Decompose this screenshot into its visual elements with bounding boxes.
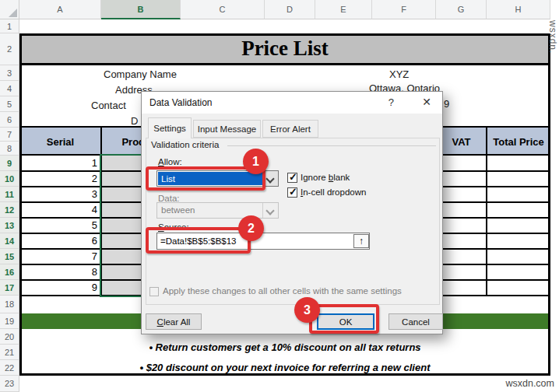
serial-cell[interactable]: 2 [19,171,101,187]
checkmark-icon: ✓ [289,186,297,198]
column-header-c[interactable]: C [181,0,265,19]
row-header-15[interactable]: 15 [0,249,19,264]
column-header-f[interactable]: F [372,0,436,19]
row-header-22[interactable]: 22 [0,360,19,376]
row-header-21[interactable]: 21 [0,345,19,360]
row-header-4[interactable]: 4 [0,81,19,96]
data-dropdown-button [262,203,278,218]
in-cell-dropdown-label: In-cell dropdown [301,187,366,197]
serial-cell[interactable]: 7 [19,249,101,264]
select-all-corner[interactable] [0,0,19,19]
row-header-8[interactable]: 8 [0,142,19,156]
tab-input-message[interactable]: Input Message [193,120,261,138]
annotation-step-3: 3 [294,297,320,323]
select-all-icon [9,9,17,17]
row-header-2[interactable]: 2 [0,33,19,65]
annotation-step-2: 2 [238,215,264,241]
row-header-1[interactable]: 1 [0,19,19,33]
header-cell-vat[interactable]: VAT [436,128,487,156]
annotation-rect-source [146,227,251,254]
tab-settings[interactable]: Settings [148,117,192,138]
row-header-6[interactable]: 6 [0,112,19,128]
allow-label: Allow: [158,157,182,166]
cancel-button[interactable]: Cancel [388,313,443,330]
row-header-20[interactable]: 20 [0,329,19,345]
column-header-h[interactable]: H [487,0,550,19]
validation-criteria-label: Validation criteria [151,140,219,149]
row-header-10[interactable]: 10 [0,171,19,187]
row-header-5[interactable]: 5 [0,96,19,112]
data-dropdown-value: between [161,205,195,215]
row-header-18[interactable]: 18 [0,296,19,313]
excel-worksheet: ABCDEFGH 1234567891011121314151617181920… [0,0,559,392]
data-dropdown: between [156,202,279,219]
ignore-blank-label: Ignore blank [301,173,350,182]
ignore-blank-checkbox-box[interactable]: ✓ [287,173,297,183]
company-name-label[interactable]: Company Name [104,68,177,80]
header-cell-total-price[interactable]: Total Price [487,128,550,156]
groupbox-line [227,145,436,146]
serial-cell[interactable]: 9 [19,280,101,296]
phone-value-fragment[interactable]: 9 [444,98,449,110]
row-header-16[interactable]: 16 [0,264,19,280]
note-line-1: • Return customers get a 10% discount on… [19,341,550,353]
row-header-14[interactable]: 14 [0,233,19,249]
tab-error-alert[interactable]: Error Alert [262,120,318,138]
row-header-12[interactable]: 12 [0,202,19,218]
row-header-17[interactable]: 17 [0,280,19,296]
row-header-13[interactable]: 13 [0,218,19,233]
close-icon[interactable]: ✕ [422,96,431,108]
row-header-9[interactable]: 9 [0,156,19,171]
watermark-bottom: wsxdn.com [467,378,554,389]
date-label-fragment[interactable]: D [131,115,138,127]
row-header-19[interactable]: 19 [0,313,19,329]
annotation-step-1: 1 [243,149,269,174]
serial-cell[interactable]: 3 [19,187,101,202]
column-header-b[interactable]: B [101,0,181,19]
dialog-title: Data Validation [149,97,213,108]
serial-cell[interactable]: 4 [19,202,101,218]
chevron-down-icon [265,206,274,215]
column-header-d[interactable]: D [265,0,315,19]
column-header-a[interactable]: A [19,0,101,19]
collapse-dialog-icon[interactable]: ↑ [353,234,369,248]
row-header-3[interactable]: 3 [0,65,19,81]
help-icon[interactable]: ? [388,96,394,108]
company-name-value[interactable]: XYZ [389,68,409,80]
chevron-down-icon [265,174,274,183]
serial-cell[interactable]: 8 [19,264,101,280]
column-header-g[interactable]: G [436,0,487,19]
note-line-2: • $20 discount on your next invoice for … [19,362,550,373]
row-header-23[interactable]: 23 [0,376,19,392]
in-cell-dropdown-checkbox-box[interactable]: ✓ [287,187,297,198]
data-validation-dialog: Data Validation ? ✕ Settings Input Messa… [141,91,443,334]
contact-label[interactable]: Contact [91,100,126,111]
settings-tab-page [146,138,440,305]
clear-all-button[interactable]: Clear All [146,313,202,330]
row-header-11[interactable]: 11 [0,187,19,202]
grid-vline-g-h [486,128,487,296]
serial-cell[interactable]: 5 [19,218,101,233]
row-header-7[interactable]: 7 [0,128,19,142]
header-cell-serial[interactable]: Serial [19,128,101,156]
serial-cell[interactable]: 6 [19,233,101,249]
watermark-side: wsxdn. [547,20,558,54]
apply-changes-label: Apply these changes to all other cells w… [163,286,402,296]
apply-changes-checkbox-box[interactable] [149,287,159,296]
serial-cell[interactable]: 1 [19,156,101,171]
checkmark-icon: ✓ [289,171,297,183]
sheet-title: Price List [19,37,550,61]
column-header-e[interactable]: E [315,0,372,19]
